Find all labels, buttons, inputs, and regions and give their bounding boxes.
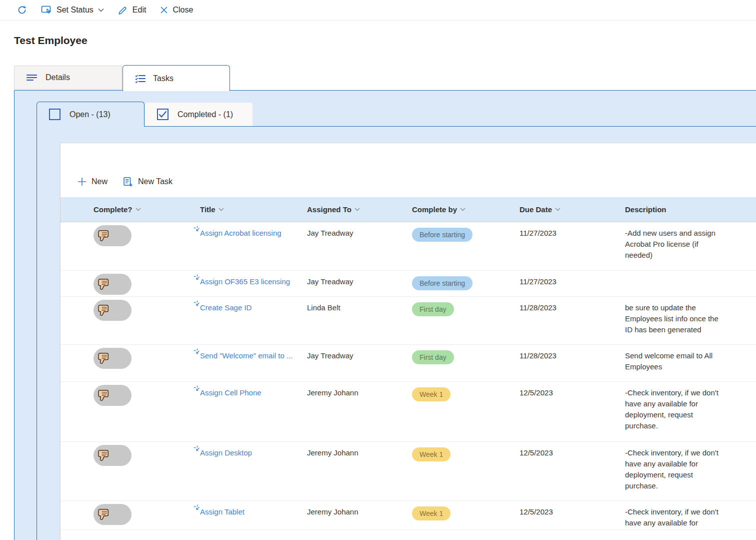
- select-item-icon: [194, 274, 200, 281]
- description: be sure to update the Employees list inf…: [625, 297, 723, 344]
- sort-chevron-icon: [555, 208, 560, 211]
- column-header-label: Assigned To: [307, 205, 352, 214]
- new-task-button[interactable]: New Task: [122, 177, 172, 187]
- sort-chevron-icon: [136, 208, 141, 211]
- page-title: Test Employee: [14, 35, 88, 47]
- close-x-icon: [160, 6, 168, 14]
- due-date: 11/28/2023: [520, 345, 625, 381]
- task-list-card: New New Task Complete? Title Ass: [60, 143, 756, 540]
- edit-label: Edit: [132, 6, 146, 15]
- sort-chevron-icon: [460, 208, 466, 211]
- tasks-checklist-icon: [134, 73, 146, 84]
- refresh-button[interactable]: [17, 5, 27, 15]
- tab-tasks-label: Tasks: [153, 74, 174, 83]
- description: Send welcome email to All Employees: [625, 345, 723, 381]
- column-header-description[interactable]: Description: [625, 205, 756, 214]
- complete-toggle[interactable]: [94, 274, 132, 295]
- table-row: Assign TabletJeremy JohannWeek 112/5/202…: [60, 501, 756, 530]
- close-label: Close: [172, 6, 193, 15]
- app-window: Set Status Edit Close Test Employee Deta…: [0, 0, 756, 540]
- task-title-link[interactable]: Assign Cell Phone: [200, 388, 262, 397]
- description: -Check inventory, if we don't have any a…: [625, 382, 723, 441]
- description: -Add new users and assign Acrobat Pro li…: [625, 222, 723, 270]
- table-row: Assign OF365 E3 licensingJay TreadwayBef…: [60, 271, 756, 297]
- select-item-icon: [194, 226, 200, 233]
- tab-details-label: Details: [46, 73, 70, 82]
- due-date: 11/28/2023: [520, 297, 625, 344]
- tab-open-tasks[interactable]: Open - (13): [36, 102, 144, 127]
- due-date: 12/5/2023: [520, 501, 625, 529]
- details-icon: [26, 72, 38, 83]
- close-button[interactable]: Close: [160, 6, 193, 15]
- table-row: Send "Welcome" email to ...Jay TreadwayF…: [60, 345, 756, 382]
- complete-toggle[interactable]: [94, 300, 132, 321]
- chevron-down-icon: [98, 8, 104, 12]
- complete-by-badge: Week 1: [412, 387, 450, 401]
- complete-toggle[interactable]: [94, 385, 132, 406]
- table-row: Create...: [60, 530, 756, 540]
- task-title-link[interactable]: Create...: [200, 538, 229, 540]
- complete-toggle[interactable]: [94, 445, 132, 466]
- column-header-label: Title: [200, 205, 216, 214]
- task-title-link[interactable]: Assign Desktop: [200, 448, 252, 457]
- assigned-to: Jay Treadway: [307, 222, 412, 270]
- tab-completed-label: Completed - (1): [178, 110, 233, 119]
- tab-details[interactable]: Details: [14, 66, 122, 90]
- new-task-icon: [122, 177, 133, 187]
- assigned-to: Jay Treadway: [307, 345, 412, 381]
- new-button-label: New: [92, 177, 108, 186]
- sort-chevron-icon: [218, 208, 224, 211]
- set-status-label: Set Status: [56, 6, 94, 15]
- task-title-link[interactable]: Create Sage ID: [200, 303, 252, 312]
- task-title-link[interactable]: Assign OF365 E3 licensing: [200, 277, 290, 286]
- complete-by-badge: Week 1: [412, 447, 450, 461]
- assigned-to: Jeremy Johann: [307, 382, 412, 441]
- table-row: Assign Acrobat licensingJay TreadwayBefo…: [60, 222, 756, 271]
- due-date: 12/5/2023: [520, 442, 625, 500]
- select-item-icon: [194, 300, 200, 307]
- task-title-link[interactable]: Assign Acrobat licensing: [200, 229, 282, 237]
- select-item-icon: [194, 348, 200, 355]
- column-header-complete-by[interactable]: Complete by: [412, 205, 520, 214]
- thumbs-down-icon: [96, 277, 111, 292]
- checkbox-unchecked-icon: [49, 109, 60, 120]
- due-date: 11/27/2023: [520, 222, 625, 270]
- new-task-button-label: New Task: [138, 177, 172, 186]
- assigned-to: Jeremy Johann: [307, 442, 412, 500]
- tab-tasks[interactable]: Tasks: [122, 65, 230, 91]
- plus-icon: [78, 177, 86, 186]
- set-status-button[interactable]: Set Status: [41, 5, 104, 15]
- column-header-title[interactable]: Title: [200, 205, 307, 214]
- column-header-assigned-to[interactable]: Assigned To: [307, 205, 412, 214]
- checkbox-checked-icon: [157, 109, 168, 120]
- new-button[interactable]: New: [78, 177, 108, 186]
- complete-toggle[interactable]: [94, 348, 132, 369]
- complete-toggle[interactable]: [94, 504, 132, 525]
- column-header-complete[interactable]: Complete?: [94, 205, 200, 214]
- task-title-link[interactable]: Send "Welcome" email to ...: [200, 351, 292, 360]
- description: -Check inventory, if we don't have any a…: [625, 501, 723, 529]
- tab-open-label: Open - (13): [70, 110, 110, 119]
- tab-completed-tasks[interactable]: Completed - (1): [145, 103, 252, 126]
- table-header-row: Complete? Title Assigned To Complete by …: [60, 197, 756, 222]
- table-row: Assign Cell PhoneJeremy JohannWeek 112/5…: [60, 382, 756, 442]
- column-header-label: Due Date: [520, 205, 552, 214]
- description: [625, 271, 723, 296]
- assigned-to: Jay Treadway: [307, 271, 412, 296]
- assigned-to: [307, 530, 412, 540]
- column-header-due-date[interactable]: Due Date: [520, 205, 625, 214]
- select-item-icon: [194, 504, 200, 511]
- thumbs-down-icon: [96, 388, 111, 403]
- complete-by-badge: First day: [412, 350, 454, 364]
- task-title-link[interactable]: Assign Tablet: [200, 507, 244, 516]
- complete-toggle[interactable]: [94, 225, 132, 246]
- complete-by-badge: First day: [412, 302, 454, 316]
- set-status-icon: [41, 5, 52, 15]
- description: [625, 530, 723, 540]
- edit-button[interactable]: Edit: [118, 5, 146, 15]
- due-date: 12/5/2023: [520, 382, 625, 441]
- assigned-to: Linda Belt: [307, 297, 412, 344]
- column-header-label: Complete?: [94, 205, 132, 214]
- thumbs-down-icon: [96, 507, 111, 522]
- due-date: [520, 530, 625, 540]
